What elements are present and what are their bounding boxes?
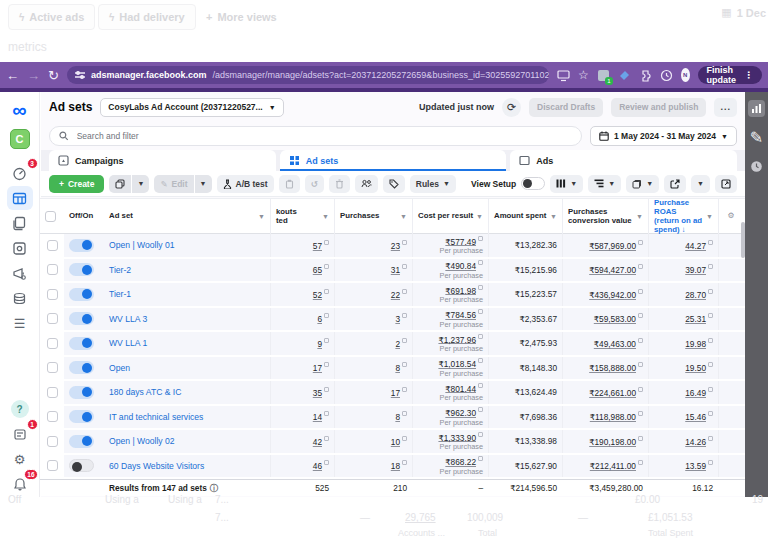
edit-button[interactable]: ✎ Edit	[154, 175, 193, 193]
col-header-adset[interactable]: Ad set▼	[104, 199, 270, 235]
adset-toggle[interactable]	[69, 312, 94, 325]
select-all-checkbox[interactable]	[45, 211, 56, 222]
adset-toggle[interactable]	[69, 410, 94, 423]
adset-name-link[interactable]: WV LLA 1	[109, 338, 147, 348]
adset-toggle[interactable]	[69, 263, 94, 276]
adset-name-link[interactable]: IT and technical services	[109, 412, 203, 422]
row-checkbox[interactable]	[47, 240, 58, 251]
adset-toggle[interactable]	[69, 337, 94, 350]
adset-toggle[interactable]	[69, 361, 94, 374]
ads-reporting-icon[interactable]	[7, 211, 33, 235]
table-row[interactable]: WV LLA 3 6 3 ₹784.56 Per purchase ₹2,353…	[40, 308, 745, 333]
insights-chart-icon[interactable]	[748, 100, 765, 117]
help-icon[interactable]: ?	[7, 397, 33, 421]
pin-button[interactable]	[279, 175, 300, 193]
col-header-roas[interactable]: Purchase ROAS (return on ad spend) ↓▼	[648, 199, 718, 235]
col-header-spent[interactable]: Amount spent▼	[488, 199, 562, 235]
edit-pencil-icon[interactable]: ✎	[748, 129, 765, 146]
finish-update-button[interactable]: Finish update ⋮	[698, 66, 762, 84]
campaigns-nav-icon[interactable]	[7, 186, 33, 210]
rules-button[interactable]: Rules▼	[410, 175, 456, 193]
table-row[interactable]: 180 days ATC & IC 35 17 ₹801.44 Per purc…	[40, 381, 745, 406]
adset-name-link[interactable]: Tier-1	[109, 289, 131, 299]
tag-button[interactable]	[383, 175, 405, 193]
bookmark-star-icon[interactable]: ☆	[578, 69, 589, 81]
column-settings-gear-icon[interactable]: ⚙	[718, 199, 743, 235]
ab-test-button[interactable]: A/B test	[217, 175, 274, 193]
info-icon[interactable]: ⓘ	[210, 483, 218, 494]
ad-account-selector[interactable]: CosyLabs Ad Account (20371220527... ▼	[100, 98, 283, 117]
more-options-button[interactable]: ...	[714, 98, 737, 117]
duplicate-button[interactable]	[109, 175, 131, 193]
breakdown-button[interactable]: ▼	[588, 175, 621, 193]
adset-toggle[interactable]	[69, 459, 94, 472]
table-row[interactable]: Open | Woolly 01 57 23 ₹577.49 Per purch…	[40, 234, 745, 259]
col-header-purchases[interactable]: Purchases▼	[334, 199, 412, 235]
browser-profile-avatar[interactable]: N	[681, 68, 690, 82]
adset-name-link[interactable]: WV LLA 3	[109, 314, 147, 324]
view-setup-toggle[interactable]	[521, 177, 545, 190]
tab-ads[interactable]: Ads	[510, 150, 737, 171]
expand-button[interactable]	[715, 175, 737, 193]
url-field[interactable]: adsmanager.facebook.com/adsmanager/manag…	[67, 66, 549, 84]
kebab-menu-icon[interactable]: ⋮	[744, 70, 753, 80]
history-clock-icon[interactable]	[660, 69, 673, 82]
reports-button[interactable]: ▼	[626, 175, 659, 193]
extension-blue-icon[interactable]	[618, 69, 631, 82]
table-row[interactable]: Tier-1 52 22 ₹691.98 Per purchase ₹15,22…	[40, 283, 745, 308]
all-tools-icon[interactable]: ☰	[7, 311, 33, 335]
notifications-bell-icon[interactable]: 16	[7, 472, 33, 496]
back-icon[interactable]: ←	[6, 69, 19, 82]
date-range-selector[interactable]: 1 May 2024 - 31 May 2024 ▼	[590, 126, 737, 146]
table-row[interactable]: 60 Days Website Visitors 46 18 ₹868.22 P…	[40, 455, 745, 480]
adset-toggle[interactable]	[69, 239, 94, 252]
duplicate-dropdown[interactable]: ▼	[132, 175, 149, 193]
adset-name-link[interactable]: Open | Woolly 02	[109, 436, 175, 446]
col-header-checkouts[interactable]: koutsted ▼	[270, 199, 334, 235]
tab-campaigns[interactable]: Campaigns	[49, 150, 276, 171]
columns-button[interactable]: ▼	[550, 175, 583, 193]
discard-drafts-button[interactable]: Discard Drafts	[529, 98, 603, 117]
adset-name-link[interactable]: Open | Woolly 01	[109, 240, 175, 250]
events-manager-icon[interactable]	[7, 236, 33, 260]
collaborate-button[interactable]	[355, 175, 378, 193]
search-input[interactable]	[75, 130, 572, 142]
adset-name-link[interactable]: Tier-2	[109, 265, 131, 275]
row-checkbox[interactable]	[47, 460, 58, 471]
forward-icon[interactable]: →	[27, 69, 40, 82]
table-row[interactable]: Open 17 8 ₹1,018.54 Per purchase ₹8,148.…	[40, 357, 745, 382]
row-checkbox[interactable]	[47, 436, 58, 447]
row-checkbox[interactable]	[47, 338, 58, 349]
adset-toggle[interactable]	[69, 386, 94, 399]
edit-dropdown[interactable]: ▼	[195, 175, 212, 193]
export-button[interactable]	[664, 175, 686, 193]
adset-toggle[interactable]	[69, 288, 94, 301]
extensions-puzzle-icon[interactable]	[639, 69, 652, 82]
audiences-megaphone-icon[interactable]	[7, 261, 33, 285]
undo-button[interactable]: ↺	[305, 175, 324, 193]
billing-icon[interactable]	[7, 286, 33, 310]
export-dropdown[interactable]: ▼	[691, 175, 710, 193]
extension-green-icon[interactable]: 1	[597, 69, 610, 82]
history-clock-icon[interactable]	[748, 158, 765, 175]
row-checkbox[interactable]	[47, 387, 58, 398]
table-row[interactable]: WV LLA 1 9 2 ₹1,237.96 Per purchase ₹2,4…	[40, 332, 745, 357]
settings-gear-icon[interactable]: ⚙	[7, 447, 33, 471]
create-button[interactable]: + Create	[49, 175, 104, 193]
search-filter-box[interactable]	[49, 126, 582, 146]
vertical-scrollbar[interactable]	[741, 222, 745, 258]
row-checkbox[interactable]	[47, 313, 58, 324]
delete-button[interactable]	[329, 175, 350, 193]
updates-icon[interactable]: 1	[7, 422, 33, 446]
review-and-publish-button[interactable]: Review and publish	[611, 98, 706, 117]
site-settings-icon[interactable]	[75, 70, 85, 80]
col-header-conversion[interactable]: Purchases conversion value▼	[562, 199, 648, 235]
row-checkbox[interactable]	[47, 289, 58, 300]
adset-name-link[interactable]: Open	[109, 363, 130, 373]
row-checkbox[interactable]	[47, 362, 58, 373]
meta-logo[interactable]: ∞	[7, 98, 33, 122]
reload-icon[interactable]: ↻	[48, 69, 59, 82]
row-checkbox[interactable]	[47, 411, 58, 422]
table-row[interactable]: Tier-2 65 31 ₹490.84 Per purchase ₹15,21…	[40, 259, 745, 284]
col-header-cost[interactable]: Cost per result▼	[412, 199, 488, 235]
